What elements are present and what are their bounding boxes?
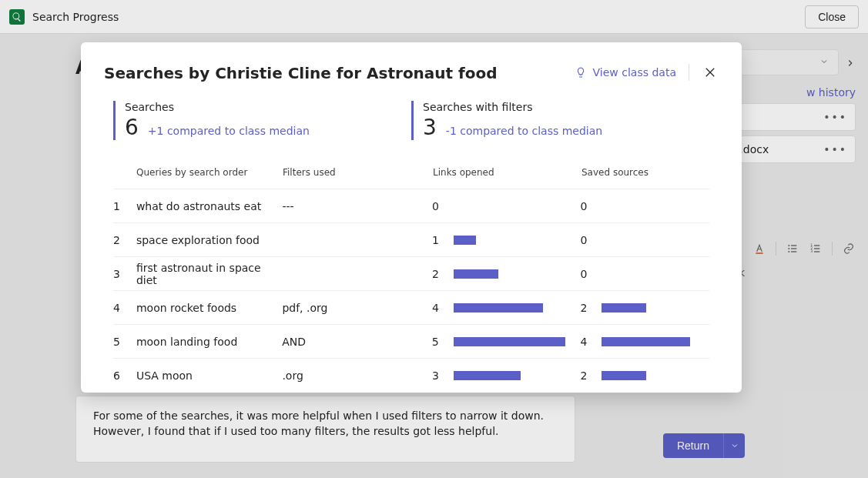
row-links-bar — [454, 269, 581, 279]
table-row: 1what do astronauts eat---00 — [113, 189, 709, 223]
row-query: moon rocket foods — [136, 302, 283, 314]
row-filter: .org — [282, 369, 431, 382]
row-links-count: 0 — [432, 200, 454, 212]
row-links-bar — [454, 303, 581, 313]
row-links-count: 4 — [432, 302, 454, 314]
stat-label: Searches with filters — [423, 101, 709, 113]
row-links-bar — [454, 337, 581, 346]
row-index: 5 — [113, 336, 136, 348]
row-index: 3 — [113, 268, 136, 280]
row-filter: AND — [282, 336, 431, 348]
row-index: 6 — [113, 369, 136, 382]
row-saved-count: 0 — [580, 268, 602, 280]
table-row: 5moon landing foodAND54 — [113, 325, 709, 359]
row-links-count: 5 — [432, 336, 454, 348]
close-modal-button[interactable] — [702, 64, 719, 81]
stat-searches-filters: Searches with filters 3 -1 compared to c… — [411, 101, 709, 140]
stat-value: 6 — [125, 115, 139, 140]
table-row: 2space exploration food10 — [113, 223, 709, 257]
view-class-data-label: View class data — [593, 66, 676, 79]
row-query: space exploration food — [136, 234, 283, 246]
row-saved-count: 4 — [581, 336, 602, 348]
modal-header: Searches by Christie Cline for Astronaut… — [104, 64, 719, 82]
queries-table: Queries by search order Filters used Lin… — [104, 155, 719, 393]
row-links-bar — [454, 236, 581, 245]
row-links-count: 2 — [432, 268, 454, 280]
row-query: USA moon — [136, 369, 283, 382]
table-row: 6USA moon.org32 — [113, 359, 709, 393]
row-filter: pdf, .org — [282, 302, 431, 314]
row-saved-bar — [602, 303, 709, 313]
row-query: what do astronauts eat — [136, 200, 283, 212]
row-links-count: 1 — [432, 234, 454, 246]
col-query: Queries by search order — [136, 167, 283, 178]
modal: Searches by Christie Cline for Astronaut… — [81, 42, 742, 393]
row-saved-count: 2 — [580, 302, 602, 314]
view-class-data-link[interactable]: View class data — [575, 64, 689, 81]
lightbulb-icon — [575, 65, 587, 80]
stat-label: Searches — [125, 101, 411, 113]
row-saved-bar — [602, 337, 709, 346]
row-saved-bar — [602, 371, 709, 380]
row-filter: --- — [282, 200, 431, 212]
stat-searches: Searches 6 +1 compared to class median — [113, 101, 411, 140]
row-index: 1 — [113, 200, 136, 212]
row-links-count: 3 — [432, 369, 454, 382]
row-index: 2 — [113, 234, 136, 246]
row-saved-count: 2 — [580, 369, 602, 382]
table-row: 3first astronaut in space diet20 — [113, 257, 709, 291]
stat-delta: +1 compared to class median — [148, 125, 310, 137]
modal-title: Searches by Christie Cline for Astronaut… — [104, 64, 575, 82]
table-row: 4moon rocket foodspdf, .org42 — [113, 291, 709, 325]
stats-row: Searches 6 +1 compared to class median S… — [104, 101, 719, 140]
col-links: Links opened — [433, 167, 581, 178]
row-query: moon landing food — [136, 336, 282, 348]
table-header: Queries by search order Filters used Lin… — [113, 155, 709, 189]
close-icon — [703, 65, 717, 79]
col-filters: Filters used — [283, 167, 433, 178]
col-saved: Saved sources — [581, 167, 648, 178]
stat-delta: -1 compared to class median — [446, 125, 602, 137]
row-saved-count: 0 — [580, 200, 602, 212]
row-query: first astronaut in space diet — [136, 262, 283, 286]
row-index: 4 — [113, 302, 136, 314]
row-saved-count: 0 — [580, 234, 602, 246]
row-links-bar — [454, 371, 581, 380]
stat-value: 3 — [423, 115, 437, 140]
